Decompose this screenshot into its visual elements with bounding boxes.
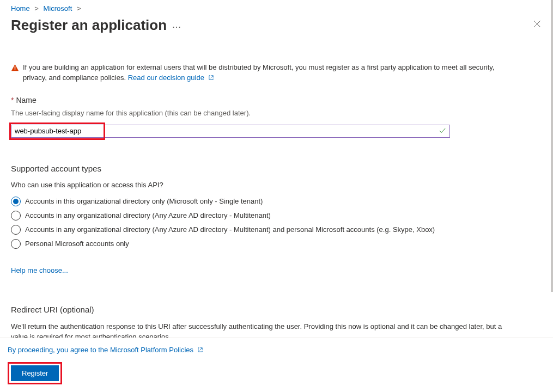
name-label: Name xyxy=(16,96,36,105)
footer: By proceeding, you agree to the Microsof… xyxy=(0,338,553,392)
external-link-icon xyxy=(197,346,203,354)
svg-rect-1 xyxy=(15,69,16,70)
name-helper-text: The user-facing display name for this ap… xyxy=(11,109,542,117)
info-banner: If you are building an application for e… xyxy=(11,63,512,84)
radio-option-multitenant-personal[interactable]: Accounts in any organizational directory… xyxy=(11,225,542,235)
radio-icon xyxy=(11,239,21,249)
breadcrumb-microsoft[interactable]: Microsoft xyxy=(44,4,72,13)
svg-rect-0 xyxy=(15,66,16,69)
help-me-choose-link[interactable]: Help me choose... xyxy=(11,266,68,274)
redirect-uri-description: We'll return the authentication response… xyxy=(11,322,512,338)
register-button[interactable]: Register xyxy=(11,365,59,381)
radio-icon xyxy=(11,197,21,206)
account-types-radio-group: Accounts in this organizational director… xyxy=(11,197,542,249)
radio-option-single-tenant[interactable]: Accounts in this organizational director… xyxy=(11,197,542,206)
radio-label: Accounts in any organizational directory… xyxy=(25,211,271,219)
page-title: Register an application xyxy=(11,17,167,34)
breadcrumb: Home > Microsoft > xyxy=(11,0,542,15)
breadcrumb-home[interactable]: Home xyxy=(11,4,30,13)
radio-icon xyxy=(11,225,21,235)
breadcrumb-separator: > xyxy=(32,4,41,13)
decision-guide-link[interactable]: Read our decision guide xyxy=(128,74,214,82)
valid-icon xyxy=(439,127,446,136)
radio-label: Accounts in this organizational director… xyxy=(25,197,263,205)
account-types-question: Who can use this application or access t… xyxy=(11,181,542,189)
name-input[interactable] xyxy=(11,125,450,138)
radio-label: Accounts in any organizational directory… xyxy=(25,225,435,234)
external-link-icon xyxy=(208,74,214,84)
radio-label: Personal Microsoft accounts only xyxy=(25,240,129,248)
account-types-title: Supported account types xyxy=(11,164,542,173)
close-icon[interactable] xyxy=(529,16,545,34)
redirect-uri-title: Redirect URI (optional) xyxy=(11,305,542,314)
info-banner-text: If you are building an application for e… xyxy=(23,63,494,82)
radio-option-multitenant[interactable]: Accounts in any organizational directory… xyxy=(11,211,542,220)
platform-policies-link[interactable]: By proceeding, you agree to the Microsof… xyxy=(8,346,542,354)
scrollbar[interactable] xyxy=(551,0,553,292)
radio-icon xyxy=(11,211,21,220)
warning-icon xyxy=(11,64,19,84)
required-indicator: * xyxy=(11,96,14,105)
radio-option-personal-only[interactable]: Personal Microsoft accounts only xyxy=(11,239,542,249)
highlight-marker: Register xyxy=(8,362,62,384)
more-icon[interactable]: ··· xyxy=(172,21,181,33)
breadcrumb-separator: > xyxy=(74,4,84,13)
